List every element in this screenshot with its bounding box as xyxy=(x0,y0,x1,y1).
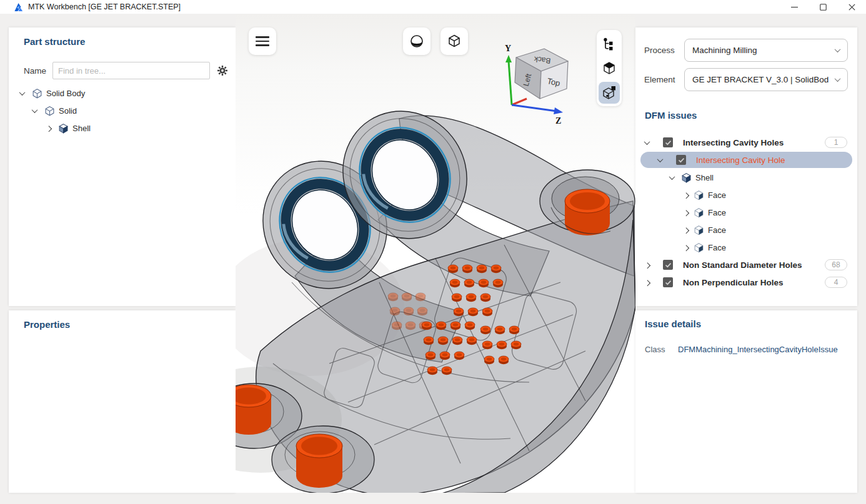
chevron-down-icon[interactable] xyxy=(32,107,38,113)
chevron-right-icon[interactable] xyxy=(46,126,52,132)
cube-face-icon xyxy=(694,225,704,235)
checkbox-checked[interactable] xyxy=(663,137,673,147)
issue-count-badge: 4 xyxy=(825,277,847,288)
cube-face-select-icon xyxy=(602,61,617,76)
part-structure-title: Part structure xyxy=(24,36,85,47)
checkbox-checked[interactable] xyxy=(676,155,686,165)
process-value: Machining Milling xyxy=(692,46,757,55)
leaf-label: Face xyxy=(708,208,726,217)
dfm-issues-title: DFM issues xyxy=(645,110,697,121)
wireframe-cube-icon xyxy=(447,34,462,49)
tree-row-solid[interactable]: Solid xyxy=(9,102,236,119)
chevron-right-icon[interactable] xyxy=(644,262,650,269)
element-select[interactable]: GE JET BRACKET V_3.0 | SolidBod xyxy=(684,68,848,91)
class-label: Class xyxy=(645,345,678,354)
cube-face-icon xyxy=(694,207,704,218)
issue-details-panel: Issue details Class DFMMachining_Interse… xyxy=(635,310,857,493)
selected-issue-label: Intersecting Cavity Hole xyxy=(696,156,785,165)
chevron-down-icon[interactable] xyxy=(19,89,26,96)
shaded-sphere-icon xyxy=(409,34,424,49)
chevron-right-icon[interactable] xyxy=(683,227,689,234)
close-button[interactable] xyxy=(837,0,866,14)
group-label: Non Perpendicular Holes xyxy=(683,278,784,287)
shading-mode-button[interactable] xyxy=(403,27,431,55)
tree-label: Solid Body xyxy=(46,89,85,98)
chevron-right-icon[interactable] xyxy=(683,245,689,251)
close-icon xyxy=(849,4,855,11)
element-label: Element xyxy=(644,75,684,84)
chevron-right-icon[interactable] xyxy=(644,280,650,286)
tree-row-solid-body[interactable]: Solid Body xyxy=(9,84,236,102)
x-axis xyxy=(512,99,527,105)
gear-icon xyxy=(217,65,228,76)
title-bar[interactable]: MTK Workbench [GE JET BRACKET.STEP] xyxy=(0,0,866,14)
chevron-down-icon[interactable] xyxy=(644,139,650,145)
properties-title: Properties xyxy=(24,319,70,330)
dfm-issue-intersecting-cavity-hole[interactable]: Intersecting Cavity Hole xyxy=(640,152,852,168)
bracket-model[interactable] xyxy=(236,14,635,493)
tree-label: Shell xyxy=(72,124,91,133)
z-axis-label: Z xyxy=(555,116,561,126)
find-in-tree-input[interactable] xyxy=(52,62,210,79)
chevron-right-icon[interactable] xyxy=(683,192,689,199)
dfm-leaf-face[interactable]: Face xyxy=(635,221,857,239)
process-label: Process xyxy=(644,46,684,55)
properties-panel: Properties xyxy=(9,310,236,493)
dfm-panel: Process Machining Milling Element GE JET… xyxy=(635,27,857,306)
dfm-node-shell[interactable]: Shell xyxy=(635,169,857,186)
node-label: Shell xyxy=(695,173,714,182)
viewport-3d[interactable]: Back Left Top Y Z xyxy=(236,14,635,493)
chevron-right-icon[interactable] xyxy=(683,210,689,216)
issue-count-badge: 68 xyxy=(825,259,847,270)
cube-face-icon xyxy=(694,242,704,253)
cube-face-select-tool[interactable] xyxy=(599,57,620,79)
chevron-down-icon xyxy=(835,76,841,82)
dfm-group-non-standard-diameter-holes[interactable]: Non Standard Diameter Holes 68 xyxy=(635,256,857,274)
issue-details-title: Issue details xyxy=(645,319,701,329)
name-label: Name xyxy=(24,66,46,76)
selection-tools xyxy=(597,30,622,106)
tree-row-shell[interactable]: Shell xyxy=(9,119,236,137)
dfm-leaf-face[interactable]: Face xyxy=(635,204,857,221)
chevron-down-icon[interactable] xyxy=(657,156,664,162)
search-settings-button[interactable] xyxy=(217,65,228,76)
minimize-icon xyxy=(791,4,798,11)
app-logo-icon xyxy=(13,2,24,12)
navigation-cube[interactable]: Back Left Top Y Z xyxy=(494,31,575,134)
y-axis-label: Y xyxy=(505,44,511,53)
cube-outline-icon xyxy=(32,88,42,99)
window-title: MTK Workbench [GE JET BRACKET.STEP] xyxy=(28,2,181,11)
checkbox-checked[interactable] xyxy=(663,277,673,287)
y-axis xyxy=(509,61,512,105)
element-value: GE JET BRACKET V_3.0 | SolidBod xyxy=(692,75,829,84)
group-label: Non Standard Diameter Holes xyxy=(683,260,802,270)
cube-solid-icon xyxy=(58,123,69,134)
dfm-leaf-face[interactable]: Face xyxy=(635,186,857,204)
display-mode-button[interactable] xyxy=(440,27,468,55)
maximize-button[interactable] xyxy=(809,0,837,14)
dfm-leaf-face[interactable]: Face xyxy=(635,239,857,256)
chevron-down-icon xyxy=(835,46,841,52)
class-value: DFMMachining_IntersectingCavityHoleIssue xyxy=(678,345,838,354)
cube-outline-icon xyxy=(44,106,55,116)
leaf-label: Face xyxy=(708,225,726,235)
part-structure-panel: Part structure Name Solid Body xyxy=(9,27,236,306)
dfm-group-intersecting-cavity-holes[interactable]: Intersecting Cavity Holes 1 xyxy=(635,134,857,151)
checkbox-checked[interactable] xyxy=(663,260,673,270)
cube-solid-icon xyxy=(681,172,692,183)
chevron-down-icon[interactable] xyxy=(669,174,675,180)
tree-label: Solid xyxy=(59,106,77,116)
viewport-menu-button[interactable] xyxy=(249,27,276,55)
issue-count-badge: 1 xyxy=(825,137,847,148)
model-structure-tool[interactable] xyxy=(599,32,620,54)
cube-face-icon xyxy=(694,190,704,200)
maximize-icon xyxy=(820,4,827,11)
mtk-workbench-window: { "window": { "title": "MTK Workbench [G… xyxy=(0,0,866,504)
z-axis xyxy=(512,105,557,111)
dfm-group-non-perpendicular-holes[interactable]: Non Perpendicular Holes 4 xyxy=(635,274,857,291)
group-label: Intersecting Cavity Holes xyxy=(683,138,784,147)
process-select[interactable]: Machining Milling xyxy=(684,39,848,62)
minimize-button[interactable] xyxy=(780,0,809,14)
cube-vertex-select-icon xyxy=(602,85,617,100)
cube-vertex-select-tool[interactable] xyxy=(599,82,620,104)
